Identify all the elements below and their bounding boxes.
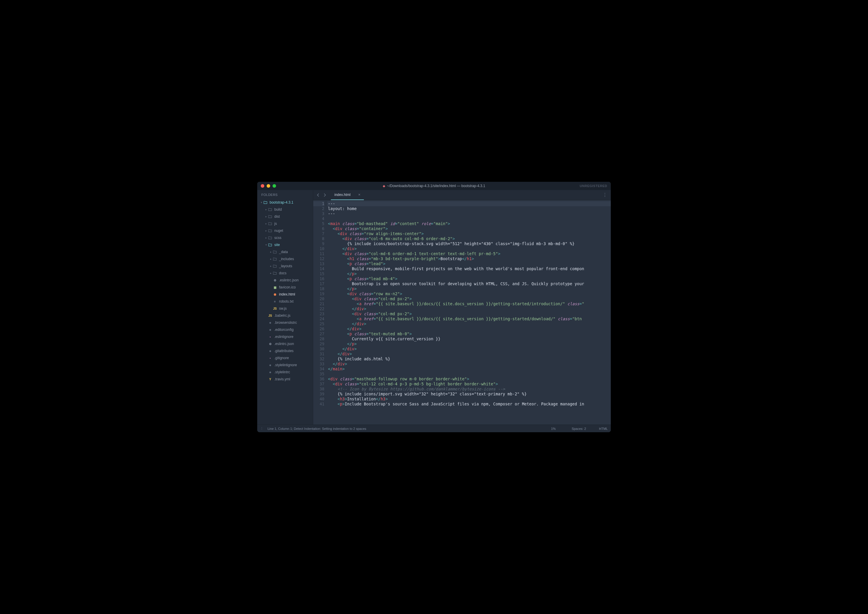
- code-line[interactable]: <p class="lead mb-4">: [327, 276, 611, 281]
- tree-item-label: dist: [274, 214, 280, 219]
- code-line[interactable]: layout: home: [327, 206, 611, 211]
- code-line[interactable]: [327, 216, 611, 221]
- code-line[interactable]: <a href="{{ site.baseurl }}/docs/{{ site…: [327, 301, 611, 306]
- code-line[interactable]: </p>: [327, 271, 611, 276]
- code-line[interactable]: <h1 class="mb-3 bd-text-purple-bright">B…: [327, 256, 611, 261]
- code-line[interactable]: <p class="lead">: [327, 261, 611, 266]
- file-item[interactable]: ∗.browserslistrc: [257, 319, 313, 326]
- file-item[interactable]: Y.travis.yml: [257, 376, 313, 383]
- status-indentation[interactable]: Spaces: 2: [572, 427, 586, 431]
- file-item[interactable]: ⚙.eslintrc.json: [257, 340, 313, 347]
- file-item[interactable]: ▪.eslintignore: [257, 333, 313, 340]
- code-line[interactable]: <p>Include Bootstrap's source Sass and J…: [327, 402, 611, 406]
- file-item[interactable]: ∗.stylelintignore: [257, 361, 313, 369]
- folder-item[interactable]: ▸_data: [257, 248, 313, 256]
- code-line[interactable]: {% include ads.html %}: [327, 357, 611, 361]
- tree-item-label: index.html: [279, 292, 295, 296]
- tab-close-button[interactable]: ×: [358, 192, 361, 197]
- tree-item-label: .gitignore: [274, 356, 289, 360]
- code-line[interactable]: <a href="{{ site.baseurl }}/docs/{{ site…: [327, 316, 611, 321]
- folder-item[interactable]: ▸dist: [257, 213, 313, 220]
- generic-file-icon: ∗: [268, 349, 273, 353]
- folder-item[interactable]: ▸_layouts: [257, 262, 313, 270]
- disclosure-arrow-icon: ▸: [269, 250, 273, 253]
- status-syntax[interactable]: HTML: [599, 427, 608, 431]
- tab-overflow-menu[interactable]: ⋮: [601, 192, 609, 198]
- folder-item[interactable]: ▾site: [257, 241, 313, 248]
- folder-item[interactable]: ▸_includes: [257, 256, 313, 262]
- status-menu-button[interactable]: ⋮: [260, 426, 264, 431]
- tree-item-label: .eslintrc.json: [274, 342, 294, 346]
- code-line[interactable]: </div>: [327, 321, 611, 326]
- code-line[interactable]: Build responsive, mobile-first projects …: [327, 266, 611, 271]
- disclosure-arrow-icon: ▸: [269, 265, 273, 268]
- code-line[interactable]: {% include icons/bootstrap-stack.svg wid…: [327, 241, 611, 246]
- folder-item[interactable]: ▾bootstrap-4.3.1: [257, 199, 313, 206]
- file-item[interactable]: JS.babelrc.js: [257, 312, 313, 319]
- yaml-file-icon: Y: [268, 377, 273, 381]
- file-item[interactable]: ∗.editorconfig: [257, 326, 313, 333]
- folder-item[interactable]: ▸js: [257, 220, 313, 227]
- tree-item-label: bootstrap-4.3.1: [270, 200, 293, 205]
- code-line[interactable]: </div>: [327, 361, 611, 366]
- disclosure-arrow-icon: ▾: [264, 243, 268, 246]
- tab-index-html[interactable]: index.html ×: [331, 190, 364, 200]
- nav-forward-button[interactable]: [321, 192, 328, 198]
- code-line[interactable]: <!-- Icon by Bytesize https://github.com…: [327, 386, 611, 392]
- code-line[interactable]: ---: [327, 201, 611, 206]
- code-line[interactable]: </main>: [327, 366, 611, 372]
- folder-item[interactable]: ▸scss: [257, 234, 313, 241]
- code-line[interactable]: <div class="row align-items-center">: [327, 231, 611, 236]
- minimize-window-button[interactable]: [267, 184, 270, 188]
- code-line[interactable]: </div>: [327, 326, 611, 332]
- status-position[interactable]: Line 1, Column 1; Detect Indentation: Se…: [268, 427, 366, 431]
- code-line[interactable]: Bootstrap is an open source toolkit for …: [327, 281, 611, 286]
- code-line[interactable]: <h3>Installation</h3>: [327, 397, 611, 402]
- code-line[interactable]: [327, 372, 611, 377]
- code-line[interactable]: <div class="col-md px-2">: [327, 296, 611, 301]
- file-item[interactable]: ∗.gitattributes: [257, 347, 313, 354]
- file-item[interactable]: ▦favicon.ico: [257, 284, 313, 291]
- folder-tree[interactable]: ▾bootstrap-4.3.1▸build▸dist▸js▸nuget▸scs…: [257, 199, 313, 425]
- code-line[interactable]: Currently v{{ site.current_version }}: [327, 336, 611, 341]
- tree-item-label: _data: [279, 250, 288, 254]
- code-line[interactable]: <div class="col-12 col-md-4 p-3 p-md-5 b…: [327, 381, 611, 386]
- code-line[interactable]: ---: [327, 211, 611, 216]
- disclosure-arrow-icon: ▸: [264, 208, 268, 211]
- code-line[interactable]: <div class="col-md-6 order-md-1 text-cen…: [327, 251, 611, 256]
- file-item[interactable]: JSsw.js: [257, 305, 313, 312]
- tree-item-label: .editorconfig: [274, 328, 293, 332]
- line-number-gutter: 1234567891011121314151617181920212223242…: [313, 200, 327, 425]
- code-line[interactable]: </div>: [327, 346, 611, 352]
- generic-file-icon: ∗: [268, 320, 273, 325]
- code-line[interactable]: {% include icons/import.svg width="32" h…: [327, 392, 611, 397]
- code-line[interactable]: <main class="bd-masthead" id="content" r…: [327, 221, 611, 226]
- code-content[interactable]: ---layout: home--- <main class="bd-masth…: [327, 200, 611, 425]
- file-item[interactable]: ⚙.eslintrc.json: [257, 277, 313, 284]
- file-item[interactable]: ∗.stylelintrc: [257, 369, 313, 376]
- nav-back-button[interactable]: [315, 192, 321, 198]
- code-editor[interactable]: 1234567891011121314151617181920212223242…: [313, 200, 611, 425]
- code-line[interactable]: <div class="col-md px-2">: [327, 312, 611, 316]
- code-line[interactable]: </p>: [327, 286, 611, 291]
- file-item[interactable]: ≡robots.txt: [257, 298, 313, 305]
- text-file-icon: ≡: [273, 299, 277, 304]
- tab-bar: index.html × ⋮: [313, 190, 611, 200]
- close-window-button[interactable]: [261, 184, 264, 188]
- file-item[interactable]: ▪.gitignore: [257, 354, 313, 361]
- code-line[interactable]: <div class="row mx-n2">: [327, 291, 611, 296]
- code-line[interactable]: </div>: [327, 246, 611, 251]
- code-line[interactable]: </p>: [327, 341, 611, 346]
- code-line[interactable]: <div class="container">: [327, 226, 611, 231]
- code-line[interactable]: <div class="masthead-followup row m-0 bo…: [327, 377, 611, 381]
- code-line[interactable]: <p class="text-muted mb-0">: [327, 332, 611, 336]
- file-item[interactable]: ⬢index.html: [257, 291, 313, 298]
- maximize-window-button[interactable]: [273, 184, 276, 188]
- code-line[interactable]: </div>: [327, 352, 611, 357]
- folder-item[interactable]: ▸build: [257, 206, 313, 213]
- folder-item[interactable]: ▸docs: [257, 270, 313, 277]
- code-line[interactable]: <div class="col-6 mx-auto col-md-6 order…: [327, 236, 611, 241]
- folder-item[interactable]: ▸nuget: [257, 227, 313, 234]
- tree-item-label: _includes: [279, 257, 294, 261]
- code-line[interactable]: </div>: [327, 306, 611, 312]
